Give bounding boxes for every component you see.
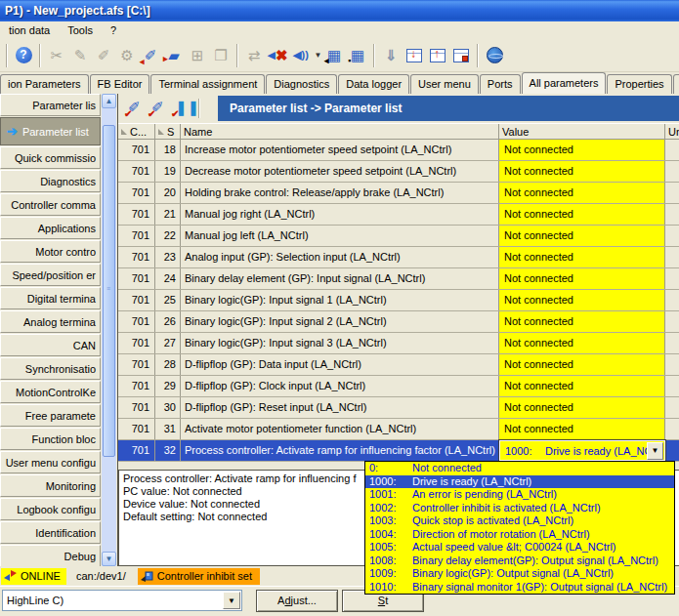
cut-icon[interactable]: ✂ bbox=[45, 44, 68, 67]
sidebar-item[interactable]: ➔ Speed/position er bbox=[0, 264, 101, 286]
adjust-button[interactable]: Adjust... bbox=[256, 590, 338, 612]
device-select-dropdown-button[interactable]: ▼ bbox=[223, 592, 240, 609]
tab[interactable]: FB Editor bbox=[90, 74, 150, 94]
tab[interactable]: Properties bbox=[607, 74, 671, 94]
sidebar-item[interactable]: ➔ Debug bbox=[0, 545, 101, 566]
upload-parameter-set-icon[interactable]: ↑ bbox=[426, 44, 449, 67]
sidebar-item[interactable]: ➔ Motor contro bbox=[0, 240, 101, 263]
dropdown-option[interactable]: 1002: Controller inhibit is activated (L… bbox=[365, 502, 674, 515]
dropdown-option[interactable]: 1009: Binary logic(GP): Output signal (L… bbox=[365, 567, 674, 581]
sidebar-item[interactable]: ➔ Logbook configu bbox=[0, 498, 101, 520]
table-row[interactable]: 701 21 Manual jog right (LA_NCtrl) Not c… bbox=[118, 204, 679, 226]
edit-pen-icon[interactable]: ✎ bbox=[68, 44, 92, 67]
flowchart-icon[interactable]: ⊞ bbox=[186, 44, 209, 67]
column-header-unit[interactable]: Un bbox=[665, 124, 679, 139]
scrollbar-up-icon[interactable]: ▲ bbox=[102, 94, 116, 108]
table-row[interactable]: 701 24 Binary delay element (GP): Input … bbox=[118, 268, 679, 290]
tab[interactable]: Data logger bbox=[338, 74, 409, 94]
sidebar-item[interactable]: ➔ Analog termina bbox=[0, 310, 101, 333]
sidebar-item[interactable]: ➔ Synchronisatio bbox=[0, 357, 101, 380]
value-combobox[interactable]: 1000: Drive is ready (LA_NC ▼ bbox=[499, 440, 665, 461]
transfer-icon[interactable]: ⇄ bbox=[242, 44, 266, 67]
table-row[interactable]: 701 26 Binary logic(GP): Input signal 2 … bbox=[118, 311, 679, 333]
accept-changed-values-icon[interactable]: ❚❚✔ bbox=[171, 99, 192, 118]
sidebar-item[interactable]: ➔ Identification bbox=[0, 521, 101, 544]
sidebar-item[interactable]: ➔ MotionControlKe bbox=[0, 381, 101, 403]
go-online-icon[interactable]: ◀)) bbox=[289, 44, 313, 67]
menu-communication-data[interactable]: tion data bbox=[0, 23, 59, 37]
sidebar-item[interactable]: ➔ Function bloc bbox=[0, 428, 101, 450]
tab[interactable]: ion Parameters bbox=[0, 74, 89, 94]
table-row[interactable]: 701 27 Binary logic(GP): Input signal 3 … bbox=[118, 333, 679, 354]
dropdown-option[interactable]: 1004: Direction of motor rotation (LA_NC… bbox=[365, 528, 674, 542]
go-offline-icon[interactable]: ◀✖ bbox=[266, 44, 289, 67]
sidebar-item[interactable]: ➔ Quick commissio bbox=[0, 146, 101, 169]
dropdown-option[interactable]: 1003: Quick stop is activated (LA_NCtrl) bbox=[365, 514, 674, 528]
window-icon[interactable]: ❐ bbox=[209, 44, 233, 67]
menu-tools[interactable]: Tools bbox=[59, 23, 102, 37]
scrollbar-down-icon[interactable]: ▼ bbox=[102, 552, 116, 566]
menu-help[interactable]: ? bbox=[102, 23, 125, 37]
table-row[interactable]: 701 20 Holding brake control: Release/ap… bbox=[118, 183, 679, 204]
sort-icon bbox=[121, 129, 127, 135]
sidebar-item[interactable]: ➔ Parameter lis bbox=[0, 94, 101, 116]
sidebar-item[interactable]: ➔ Parameter list bbox=[0, 117, 101, 145]
dropdown-option[interactable]: 0: Not connected bbox=[365, 462, 674, 475]
table-row[interactable]: 701 30 D-flipflop (GP): Reset input (LA_… bbox=[118, 397, 679, 419]
tab[interactable]: All parameters bbox=[522, 72, 607, 94]
panel-breadcrumb: Parameter list -> Parameter list bbox=[218, 96, 679, 121]
dropdown-option[interactable]: 1008: Binary delay element(GP): Output s… bbox=[365, 554, 674, 568]
tab[interactable]: Documentation bbox=[673, 74, 679, 94]
insert-function-icon[interactable]: ✐◂ bbox=[139, 44, 162, 67]
table-row[interactable]: 701 28 D-flipflop (GP): Data input (LA_N… bbox=[118, 354, 679, 376]
column-header-sub[interactable]: S bbox=[155, 124, 181, 139]
table-row[interactable]: 701 18 Increase motor potentiometer spee… bbox=[118, 140, 679, 161]
tab[interactable]: Ports bbox=[480, 74, 521, 94]
download-parameter-set-icon[interactable]: ↓ bbox=[403, 44, 426, 67]
tab[interactable]: User menu bbox=[410, 74, 479, 94]
table-row[interactable]: 701 29 D-flipflop (GP): Clock input (LA_… bbox=[118, 376, 679, 397]
tab[interactable]: Diagnostics bbox=[266, 74, 337, 94]
save-parameter-set-icon[interactable] bbox=[449, 44, 473, 67]
read-parameters-icon[interactable]: ▦◂ bbox=[322, 44, 346, 67]
online-options-caret-icon[interactable]: ▼ bbox=[313, 44, 322, 67]
column-header-value[interactable]: Value bbox=[499, 124, 665, 139]
device-select[interactable]: HighLine C) ▼ bbox=[2, 590, 242, 611]
table-row[interactable]: 701 19 Decrease motor potentiometer spee… bbox=[118, 161, 679, 183]
dropdown-option[interactable]: 1005: Actual speed value &lt; C00024 (LA… bbox=[365, 541, 674, 554]
globe-icon[interactable] bbox=[483, 44, 506, 67]
write-parameters-icon[interactable]: ▦▪ bbox=[346, 44, 369, 67]
sidebar-item[interactable]: ➔ Digital termina bbox=[0, 287, 101, 309]
help-icon[interactable]: ? bbox=[12, 44, 35, 67]
table-row[interactable]: 701 31 Activate motor potentiometer func… bbox=[118, 419, 679, 440]
sidebar-item[interactable]: ➔ Free paramete bbox=[0, 404, 101, 427]
sidebar-item[interactable]: ➔ CAN bbox=[0, 334, 101, 356]
dropdown-option[interactable]: 1001: An error is pending (LA_NCtrl) bbox=[365, 488, 674, 502]
stamp-icon[interactable]: ✐ bbox=[92, 44, 115, 67]
accept-all-values-icon[interactable]: ✐✔ bbox=[148, 99, 169, 118]
tab[interactable]: Terminal assignment bbox=[150, 74, 265, 94]
accept-value-icon[interactable]: ✐✔ bbox=[124, 99, 146, 118]
title-bar[interactable]: P1) - New_project.afs [C:\] bbox=[0, 0, 679, 21]
controller-inhibit-badge: Controller inhibit set bbox=[138, 568, 260, 585]
table-row[interactable]: 701 22 Manual jog left (LA_NCtrl) Not co… bbox=[118, 226, 679, 247]
download-icon[interactable]: ⇓ bbox=[379, 44, 403, 67]
dropdown-option[interactable]: 1000: Drive is ready (LA_NCtrl) bbox=[365, 475, 674, 489]
combobox-dropdown-button[interactable]: ▼ bbox=[647, 442, 663, 460]
sidebar-item[interactable]: ➔ Applications bbox=[0, 217, 101, 239]
insert-block-icon[interactable]: ▰▸ bbox=[162, 44, 186, 67]
sidebar-item[interactable]: ➔ Controller comma bbox=[0, 193, 101, 216]
sidebar-item[interactable]: ➔ Diagnostics bbox=[0, 170, 101, 192]
table-row[interactable]: 701 25 Binary logic(GP): Input signal 1 … bbox=[118, 290, 679, 311]
sidebar-item[interactable]: ➔ Monitoring bbox=[0, 474, 101, 497]
sidebar-item[interactable]: ➔ User menu configu bbox=[0, 451, 101, 473]
wizard-icon[interactable]: ⚙ bbox=[115, 44, 139, 67]
scrollbar-thumb[interactable]: ≡ bbox=[103, 125, 115, 457]
table-row[interactable]: 701 23 Analog input (GP): Selection inpu… bbox=[118, 247, 679, 268]
toolbar-separator bbox=[39, 44, 41, 67]
sidebar-scrollbar[interactable]: ▲ ≡ ▼ bbox=[102, 94, 116, 566]
column-header-code[interactable]: C... bbox=[118, 124, 155, 139]
dropdown-option[interactable]: 1010: Binary signal monitor 1(GP): Outpu… bbox=[365, 581, 674, 595]
column-header-name[interactable]: Name bbox=[181, 124, 499, 139]
table-row-selected[interactable]: 701 32 Process controller: Activate ramp… bbox=[118, 440, 679, 462]
